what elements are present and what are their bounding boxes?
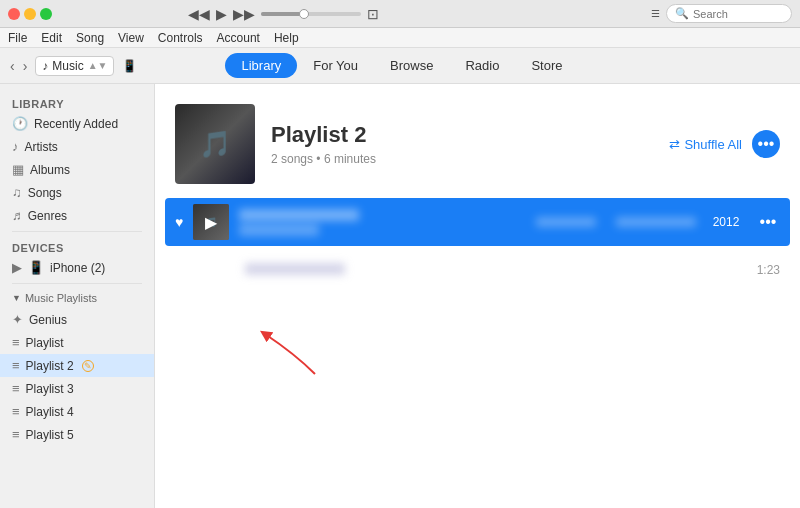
playlist5-icon: ≡ <box>12 427 20 442</box>
track-spacer <box>199 252 235 288</box>
playlist3-icon: ≡ <box>12 381 20 396</box>
sidebar-label-playlist4: Playlist 4 <box>26 405 74 419</box>
nav-bar: ‹ › ♪ Music ▲▼ 📱 Library For You Browse … <box>0 48 800 84</box>
devices-divider <box>12 231 142 232</box>
sidebar-item-iphone[interactable]: ▶ 📱 iPhone (2) <box>0 256 154 279</box>
search-box[interactable]: 🔍 <box>666 4 792 23</box>
prev-button[interactable]: ◀◀ <box>188 6 210 22</box>
edit-indicator: ✎ <box>82 360 94 372</box>
arrow-annotation <box>235 324 335 384</box>
playlist-icon: ≡ <box>12 335 20 350</box>
search-icon: 🔍 <box>675 7 689 20</box>
shuffle-button[interactable]: ⇄ Shuffle All <box>669 137 742 152</box>
minimize-button[interactable] <box>24 8 36 20</box>
more-options-button[interactable]: ••• <box>752 130 780 158</box>
nav-tabs: Library For You Browse Radio Store <box>225 53 578 78</box>
playlists-section-header[interactable]: ▼ Music Playlists <box>0 288 154 308</box>
playing-icon: ▶ <box>205 213 217 232</box>
forward-button[interactable]: › <box>23 58 28 74</box>
heart-button[interactable]: ♥ <box>175 214 183 230</box>
maximize-button[interactable] <box>40 8 52 20</box>
playlist-title: Playlist 2 <box>271 122 653 148</box>
blurred-title2 <box>245 263 345 275</box>
playlist4-icon: ≡ <box>12 404 20 419</box>
sidebar-item-playlist2[interactable]: ≡ Playlist 2 ✎ <box>0 354 154 377</box>
sidebar-item-recently-added[interactable]: 🕐 Recently Added <box>0 112 154 135</box>
track-row[interactable]: 1:23 <box>165 246 790 294</box>
close-button[interactable] <box>8 8 20 20</box>
menu-controls[interactable]: Controls <box>158 31 203 45</box>
sidebar-label-playlist5: Playlist 5 <box>26 428 74 442</box>
sidebar-item-genres[interactable]: ♬ Genres <box>0 204 154 227</box>
playlist-art-inner: 🎵 <box>175 104 255 184</box>
playlist2-icon: ≡ <box>12 358 20 373</box>
menu-file[interactable]: File <box>8 31 27 45</box>
menu-view[interactable]: View <box>118 31 144 45</box>
iphone-expand-icon: ▶ <box>12 260 22 275</box>
phone-icon: 📱 <box>122 59 137 73</box>
sidebar-label-playlist2: Playlist 2 <box>26 359 74 373</box>
blurred-album <box>536 217 596 227</box>
list-view-button[interactable]: ☰ <box>651 8 660 19</box>
tab-browse[interactable]: Browse <box>374 53 449 78</box>
genres-icon: ♬ <box>12 208 22 223</box>
music-label: Music <box>52 59 83 73</box>
track-title <box>239 209 462 224</box>
track-thumbnail: 🎵 ▶ <box>193 204 229 240</box>
devices-section-title: Devices <box>0 236 154 256</box>
sidebar-item-artists[interactable]: ♪ Artists <box>0 135 154 158</box>
back-button[interactable]: ‹ <box>10 58 15 74</box>
tab-for-you[interactable]: For You <box>297 53 374 78</box>
sidebar-label-albums: Albums <box>30 163 70 177</box>
songs-icon: ♫ <box>12 185 22 200</box>
progress-bar[interactable] <box>261 12 361 16</box>
track-more-button[interactable]: ••• <box>756 213 780 231</box>
content-area: 🎵 Playlist 2 2 songs • 6 minutes ⇄ Shuff… <box>155 84 800 508</box>
tab-store[interactable]: Store <box>515 53 578 78</box>
recently-added-icon: 🕐 <box>12 116 28 131</box>
sidebar-label-genres: Genres <box>28 209 67 223</box>
tab-library[interactable]: Library <box>225 53 297 78</box>
sidebar-item-albums[interactable]: ▦ Albums <box>0 158 154 181</box>
track-year: 2012 <box>706 215 746 229</box>
track-row[interactable]: ♥ 🎵 ▶ <box>165 198 790 246</box>
playlist-actions: ⇄ Shuffle All ••• <box>669 130 780 158</box>
menu-account[interactable]: Account <box>217 31 260 45</box>
playlists-section-title: Music Playlists <box>25 292 97 304</box>
sidebar-label-artists: Artists <box>25 140 58 154</box>
iphone-icon: 📱 <box>28 260 44 275</box>
window-controls <box>8 8 52 20</box>
sidebar: Library 🕐 Recently Added ♪ Artists ▦ Alb… <box>0 84 155 508</box>
sidebar-item-genius[interactable]: ✦ Genius <box>0 308 154 331</box>
music-selector[interactable]: ♪ Music ▲▼ <box>35 56 114 76</box>
playlist-header: 🎵 Playlist 2 2 songs • 6 minutes ⇄ Shuff… <box>155 84 800 198</box>
music-note-icon: ♪ <box>42 59 48 73</box>
menu-help[interactable]: Help <box>274 31 299 45</box>
tab-radio[interactable]: Radio <box>449 53 515 78</box>
sidebar-item-playlist3[interactable]: ≡ Playlist 3 <box>0 377 154 400</box>
chevron-icon: ▲▼ <box>88 60 108 71</box>
menu-song[interactable]: Song <box>76 31 104 45</box>
sidebar-item-playlist4[interactable]: ≡ Playlist 4 <box>0 400 154 423</box>
shuffle-icon: ⇄ <box>669 137 680 152</box>
playlists-divider <box>12 283 142 284</box>
sidebar-label-playlist: Playlist <box>26 336 64 350</box>
sidebar-item-playlist5[interactable]: ≡ Playlist 5 <box>0 423 154 446</box>
main-layout: Library 🕐 Recently Added ♪ Artists ▦ Alb… <box>0 84 800 508</box>
track-info <box>239 209 462 236</box>
playlist-artwork: 🎵 <box>175 104 255 184</box>
next-button[interactable]: ▶▶ <box>233 6 255 22</box>
menu-edit[interactable]: Edit <box>41 31 62 45</box>
search-input[interactable] <box>693 8 783 20</box>
play-button[interactable]: ▶ <box>216 6 227 22</box>
airplay-button[interactable]: ⊡ <box>367 6 379 22</box>
sidebar-item-playlist[interactable]: ≡ Playlist <box>0 331 154 354</box>
sidebar-label-songs: Songs <box>28 186 62 200</box>
playlists-expand-icon: ▼ <box>12 293 21 303</box>
progress-thumb <box>299 9 309 19</box>
blurred-artist <box>239 224 319 236</box>
sidebar-item-songs[interactable]: ♫ Songs <box>0 181 154 204</box>
albums-icon: ▦ <box>12 162 24 177</box>
track-time: 1:23 <box>740 263 780 277</box>
transport-controls: ◀◀ ▶ ▶▶ ⊡ <box>188 6 379 22</box>
